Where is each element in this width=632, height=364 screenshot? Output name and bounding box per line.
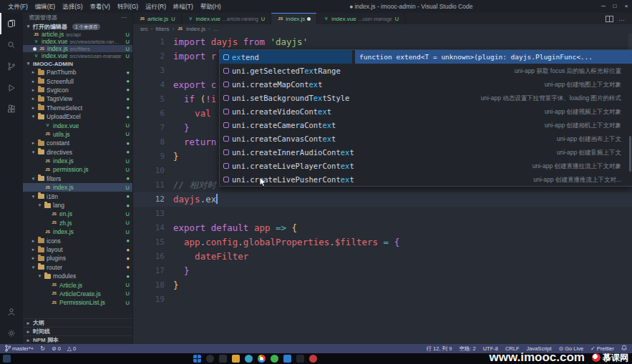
- source-control-icon[interactable]: [0, 56, 23, 77]
- tree-file-index-vue[interactable]: Vindex.vueU: [23, 121, 132, 129]
- account-icon[interactable]: [0, 301, 23, 323]
- suggest-item[interactable]: uni.createCameraContextuni-app 创建相机上下文对象: [220, 118, 632, 132]
- tree-folder-screenfull[interactable]: ▸Screenfull●: [23, 77, 132, 85]
- suggest-item[interactable]: uni.setBackgroundTextStyleuni-app 动态设置下拉…: [220, 91, 632, 104]
- tree-folder-lang[interactable]: ▾lang●: [23, 201, 132, 210]
- breadcrumb-item[interactable]: filters: [155, 26, 169, 32]
- minimize-button[interactable]: ─: [598, 0, 609, 13]
- code-line[interactable]: 19: [133, 292, 632, 307]
- status-warnings[interactable]: △0: [67, 345, 76, 353]
- taskbar-widget-icon[interactable]: [3, 355, 11, 363]
- outline-section[interactable]: ▸大纲: [23, 318, 132, 327]
- tree-folder-svgicon[interactable]: ▸SvgIcon●: [23, 86, 132, 94]
- code-line[interactable]: 13: [133, 207, 632, 221]
- settings-gear-icon[interactable]: [0, 323, 23, 344]
- menubar-item[interactable]: 转到(G): [114, 0, 142, 13]
- suggest-scrollbar[interactable]: [629, 136, 631, 172]
- tree-folder-directives[interactable]: ▾directives●: [23, 148, 132, 157]
- tree-file-permissionlist-js[interactable]: JSPermissionList.jsU: [23, 298, 132, 307]
- file-explorer-icon[interactable]: [232, 355, 240, 363]
- tree-file-index-js[interactable]: JSindex.jsU: [23, 183, 132, 192]
- editor-tab-index-js[interactable]: JSindex.js: [271, 13, 317, 24]
- project-root-header[interactable]: ▾ IMOOC-ADMIN: [23, 59, 132, 68]
- status-sync-changes[interactable]: ↻: [40, 345, 45, 353]
- suggest-item[interactable]: extendfunction extend<T = unknown>(plugi…: [220, 50, 632, 64]
- editor-tab-index-vue[interactable]: Vindex.vue...article-rankingU: [182, 13, 271, 24]
- menubar-item[interactable]: 选择(S): [59, 0, 86, 13]
- run-debug-icon[interactable]: [0, 77, 23, 99]
- split-editor-icon[interactable]: [606, 16, 613, 22]
- menubar-item[interactable]: 帮助(H): [197, 0, 225, 13]
- search-icon[interactable]: [206, 355, 214, 363]
- menubar-item[interactable]: 终端(T): [170, 0, 197, 13]
- tree-folder-layout[interactable]: ▸layout●: [23, 245, 132, 254]
- breadcrumb-item[interactable]: ...: [213, 26, 218, 32]
- tree-folder-modules[interactable]: ▾modules●: [23, 272, 132, 280]
- code-line[interactable]: 18}: [133, 278, 632, 292]
- vscode-icon[interactable]: [283, 355, 291, 363]
- editor-tab-article-js[interactable]: JSarticle.jsU: [133, 13, 182, 24]
- tree-folder-panthumb[interactable]: ▸PanThumb●: [23, 68, 132, 77]
- open-editor-item[interactable]: Vindex.vuesrc/views/article-rankingU: [23, 38, 132, 45]
- menubar-item[interactable]: 文件(F): [4, 0, 31, 13]
- suggest-item[interactable]: uni.createLivePlayerContextuni-app 创建直播拉…: [220, 159, 632, 172]
- tree-folder-plugins[interactable]: ▸plugins●: [23, 254, 132, 262]
- terminal-icon[interactable]: [296, 355, 304, 363]
- status-git-branch[interactable]: master*+: [5, 345, 34, 353]
- suggest-item[interactable]: uni.getSelectedTextRangeuni-app 获取 focus…: [220, 64, 632, 77]
- maximize-button[interactable]: □: [609, 0, 621, 13]
- tree-file-zh-js[interactable]: JSzh.jsU: [23, 219, 132, 227]
- open-editors-header[interactable]: ▾ 打开的编辑器 1 个未保存: [23, 22, 132, 31]
- editor-tab-index-vue[interactable]: Vindex.vue...user-manageU: [317, 13, 405, 24]
- code-line[interactable]: 1import dayjs from 'dayjs': [133, 35, 632, 49]
- code-editor[interactable]: 1import dayjs from 'dayjs'2import r34exp…: [133, 34, 632, 344]
- breadcrumb-item[interactable]: index.js: [186, 26, 205, 32]
- tree-file-permission-js[interactable]: JSpermission.jsU: [23, 165, 132, 174]
- suggest-item[interactable]: uni.createCanvasContextuni-app 创建画布上下文: [220, 132, 632, 145]
- breadcrumb-item[interactable]: src: [140, 26, 148, 32]
- status-cursor-position[interactable]: 行 12, 列 9: [426, 345, 452, 353]
- search-icon[interactable]: [0, 34, 23, 56]
- tree-folder-tagsview[interactable]: ▸TagsView●: [23, 94, 132, 103]
- suggest-item[interactable]: uni.createInnerAudioContextuni-app 创建音频上…: [220, 145, 632, 159]
- wechat-icon[interactable]: [271, 355, 278, 363]
- menubar-item[interactable]: 运行(R): [142, 0, 170, 13]
- tree-folder-router[interactable]: ▾router●: [23, 263, 132, 272]
- suggest-item[interactable]: uni.createVideoContextuni-app 创建视频上下文对象: [220, 104, 632, 118]
- code-line[interactable]: 16 dateFilter: [133, 250, 632, 264]
- code-line[interactable]: 14export default app => {: [133, 221, 632, 235]
- tree-file-index-js[interactable]: JSindex.jsU: [23, 157, 132, 165]
- tree-file-utils-js[interactable]: JSutils.jsU: [23, 130, 132, 139]
- npm-scripts-section[interactable]: ▸NPM 脚本: [23, 335, 132, 344]
- tree-folder-uploadexcel[interactable]: ▾UploadExcel●: [23, 112, 132, 121]
- status-errors[interactable]: ⊘0: [52, 345, 61, 353]
- suggest-item[interactable]: uni.createLivePusherContextuni-app 创建直播推…: [220, 172, 632, 186]
- code-line[interactable]: 17 }: [133, 264, 632, 278]
- code-line[interactable]: 15 app.config.globalProperties.$filters …: [133, 235, 632, 250]
- menubar-item[interactable]: 编辑(E): [31, 0, 59, 13]
- open-editor-item[interactable]: JSindex.jssrc/filtersU: [23, 45, 132, 52]
- tree-folder-i18n[interactable]: ▾i18n●: [23, 192, 132, 200]
- tree-folder-filters[interactable]: ▾filters●: [23, 174, 132, 183]
- tree-file-index-js[interactable]: JSindex.jsU: [23, 227, 132, 236]
- open-editor-item[interactable]: JSarticle.jssrc/apiU: [23, 31, 132, 38]
- explorer-icon[interactable]: [0, 13, 23, 34]
- tree-file-en-js[interactable]: JSen.jsU: [23, 210, 132, 218]
- extensions-icon[interactable]: [0, 99, 23, 120]
- status-indentation[interactable]: 空格: 2: [459, 345, 475, 353]
- tree-folder-themeselect[interactable]: ▸ThemeSelect●: [23, 104, 132, 112]
- tree-folder-constant[interactable]: ▸constant●: [23, 139, 132, 147]
- timeline-section[interactable]: ▸时间线: [23, 327, 132, 335]
- close-button[interactable]: ×: [621, 0, 632, 13]
- tree-file-articlecreate-js[interactable]: JSArticleCreate.jsU: [23, 290, 132, 298]
- menubar-item[interactable]: 查看(V): [87, 0, 114, 13]
- suggest-item[interactable]: uni.createMapContextuni-app 创建地图上下文对象: [220, 77, 632, 91]
- code-line[interactable]: 12dayjs.ex: [133, 192, 632, 207]
- task-view-icon[interactable]: [219, 355, 227, 363]
- chrome-icon[interactable]: [258, 355, 266, 363]
- edge-icon[interactable]: [245, 355, 253, 363]
- tree-file-article-js[interactable]: JSArticle.jsU: [23, 280, 132, 289]
- open-editor-item[interactable]: Vindex.vuesrc/views/user-manageU: [23, 52, 132, 59]
- more-actions-icon[interactable]: ⋯: [121, 14, 127, 21]
- more-actions-icon[interactable]: …: [618, 16, 626, 21]
